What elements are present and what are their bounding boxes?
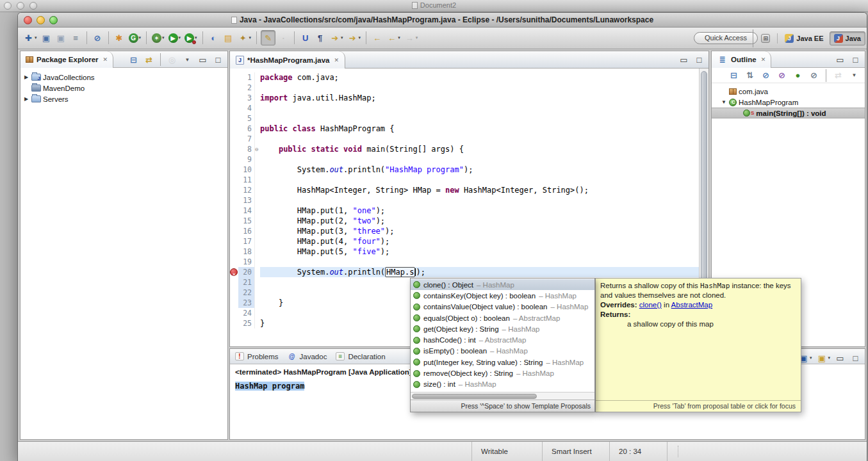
proposal-item[interactable]: size() : int– HashMap — [411, 379, 594, 390]
proposal-item[interactable]: get(Object key) : String– HashMap — [411, 323, 594, 334]
collapse-arrow-icon[interactable]: ▼ — [721, 99, 727, 105]
print-icon[interactable]: ≡ — [69, 30, 83, 45]
code-line[interactable]: 12 HashMap<Integer, String> HMap = new H… — [230, 185, 699, 195]
expand-arrow-icon[interactable]: ▶ — [23, 96, 29, 102]
show-whitespace-icon[interactable]: ¶ — [313, 30, 327, 45]
skip-breakpoints-icon[interactable]: ⊘ — [91, 30, 104, 45]
profile-icon[interactable]: ◐ — [207, 30, 220, 45]
previous-annotation-icon[interactable]: ➔▾ — [346, 30, 363, 45]
view-menu-icon[interactable]: ▼ — [848, 68, 861, 83]
expand-arrow-icon[interactable]: ▶ — [23, 74, 29, 80]
minimize-icon[interactable]: ▭ — [833, 52, 847, 67]
hide-local-types-icon[interactable]: ⊘ — [807, 68, 821, 83]
tab-outline[interactable]: ≣ Outline — [712, 51, 771, 68]
close-icon[interactable] — [334, 57, 339, 63]
proposal-item[interactable]: remove(Object key) : String– HashMap — [411, 368, 594, 378]
code-line[interactable]: 18 HMap.put(5, "five"); — [230, 247, 699, 257]
perspective-java[interactable]: JJava — [830, 31, 865, 45]
code-line[interactable]: 4 — [230, 103, 699, 113]
code-line[interactable]: 8 public static void main(String[] args)… — [230, 144, 699, 154]
line-number: 12 — [238, 185, 254, 195]
tab-hashmapprogram[interactable]: J *HashMapProgram.java — [230, 51, 345, 69]
close-icon[interactable] — [103, 56, 108, 63]
proposal-item[interactable]: put(Integer key, String value) : String–… — [411, 357, 594, 368]
hide-fields-icon[interactable]: ⊘ — [759, 68, 773, 83]
outline-item-com.java[interactable]: com.java — [712, 86, 865, 97]
proposal-item[interactable]: equals(Object o) : boolean– AbstractMap — [411, 312, 594, 323]
maximize-icon[interactable]: □ — [211, 52, 225, 67]
proposal-item[interactable]: hashCode() : int– AbstractMap — [411, 334, 594, 345]
hide-static-members-icon[interactable]: ⊘ — [775, 68, 789, 83]
code-line[interactable]: 20 System.out.println(HMap.s); — [230, 267, 699, 277]
open-resource-icon[interactable]: ▤ — [222, 30, 235, 45]
maximize-icon[interactable]: □ — [692, 52, 706, 67]
abstractmap-link[interactable]: AbstractMap — [671, 301, 713, 309]
closed-project-icon — [31, 85, 41, 92]
perspective-java-ee[interactable]: JJava EE — [781, 31, 827, 45]
new-wizard-icon[interactable]: ✚▾ — [22, 30, 38, 45]
code-line[interactable]: 3import java.util.HashMap; — [230, 93, 699, 103]
quick-access-button[interactable]: Quick Access — [694, 32, 758, 44]
maximize-icon[interactable]: □ — [849, 52, 862, 67]
web-browser-icon[interactable]: G▾ — [127, 30, 143, 45]
code-line[interactable]: 10 System.out.println("HashMap program")… — [230, 165, 699, 175]
outline-header: ≣ Outline ▭□ — [712, 51, 865, 68]
tab-javadoc[interactable]: @Javadoc — [288, 352, 327, 360]
clone-link[interactable]: clone() — [639, 301, 662, 309]
view-menu-icon[interactable]: ▼ — [181, 52, 194, 67]
proposal-item[interactable]: containsValue(Object value) : boolean– H… — [411, 302, 594, 312]
show-selected-element-icon[interactable]: U — [299, 30, 312, 45]
outline-item-main[interactable]: Smain(String[]) : void — [712, 108, 865, 118]
search-icon[interactable]: ✦▾ — [236, 30, 253, 45]
new-plugin-icon[interactable]: ✱ — [113, 30, 126, 45]
open-perspective-button[interactable]: ⊞ — [757, 31, 774, 45]
code-line[interactable]: 6public class HashMapProgram { — [230, 124, 699, 134]
code-line[interactable]: 7 — [230, 134, 699, 144]
last-edit-location-icon[interactable]: ← — [370, 30, 384, 45]
close-icon[interactable] — [761, 56, 766, 63]
link-with-editor-icon[interactable]: ⇄ — [142, 52, 156, 67]
minimize-icon[interactable]: ▭ — [833, 350, 847, 366]
tree-item-servers[interactable]: ▶Servers — [20, 93, 227, 104]
open-console-icon[interactable]: ▣▾ — [815, 350, 831, 366]
save-icon[interactable]: ▣ — [40, 30, 53, 45]
format-brush-icon[interactable]: ✎ — [261, 30, 275, 45]
tab-problems[interactable]: !Problems — [235, 352, 279, 360]
tab-declaration[interactable]: ≡Declaration — [336, 352, 385, 360]
back-icon[interactable]: ←▾ — [385, 30, 402, 45]
run-icon[interactable]: ▶▾ — [167, 30, 183, 45]
eclipse-titlebar[interactable]: Java - JavaCollections/src/com/java/Hash… — [18, 13, 867, 28]
maximize-icon[interactable]: □ — [849, 350, 862, 366]
scrollbar-thumb[interactable] — [412, 394, 537, 399]
code-line[interactable]: 14 HMap.put(1, "one"); — [230, 206, 699, 216]
code-line[interactable]: 19 — [230, 257, 699, 267]
collapse-all-icon[interactable]: ⊟ — [727, 68, 741, 83]
minimize-icon[interactable]: ▭ — [677, 52, 691, 67]
save-all-icon[interactable]: ▣ — [54, 30, 68, 45]
proposal-item[interactable]: isEmpty() : boolean– HashMap — [411, 346, 594, 357]
tab-package-explorer[interactable]: Package Explorer — [20, 51, 113, 68]
hide-non-public-members-icon[interactable]: ● — [791, 68, 805, 83]
code-line[interactable]: 11 — [230, 175, 699, 185]
proposal-item[interactable]: containsKey(Object key) : boolean– HashM… — [411, 290, 594, 301]
sort-icon[interactable]: ⇅ — [743, 68, 757, 83]
code-line[interactable]: 17 HMap.put(4, "four"); — [230, 236, 699, 247]
code-line[interactable]: 2 — [230, 83, 699, 93]
code-line[interactable]: 15 HMap.put(2, "two"); — [230, 216, 699, 226]
debug-icon[interactable]: ✶▾ — [151, 30, 166, 45]
collapse-all-icon[interactable]: ⊟ — [127, 52, 140, 67]
console-output[interactable]: HashMap program — [235, 382, 304, 391]
next-annotation-icon[interactable]: ➔▾ — [328, 30, 345, 45]
proposal-item[interactable]: clone() : Object– HashMap — [411, 279, 594, 290]
tree-item-javacollections[interactable]: ▶JavaCollections — [20, 72, 227, 83]
external-tools-icon[interactable]: ▶▾ — [183, 30, 199, 45]
proposal-horizontal-scrollbar[interactable] — [411, 392, 594, 400]
minimize-icon[interactable]: ▭ — [196, 52, 209, 67]
code-line[interactable]: 9 — [230, 154, 699, 165]
code-line[interactable]: 1package com.java; — [230, 72, 699, 83]
code-line[interactable]: 13 — [230, 195, 699, 206]
code-line[interactable]: 5 — [230, 113, 699, 124]
code-line[interactable]: 16 HMap.put(3, "three"); — [230, 226, 699, 236]
tree-item-mavendemo[interactable]: MavenDemo — [20, 83, 227, 93]
outline-item-hashmapprogram[interactable]: ▼HashMapProgram — [712, 97, 865, 108]
